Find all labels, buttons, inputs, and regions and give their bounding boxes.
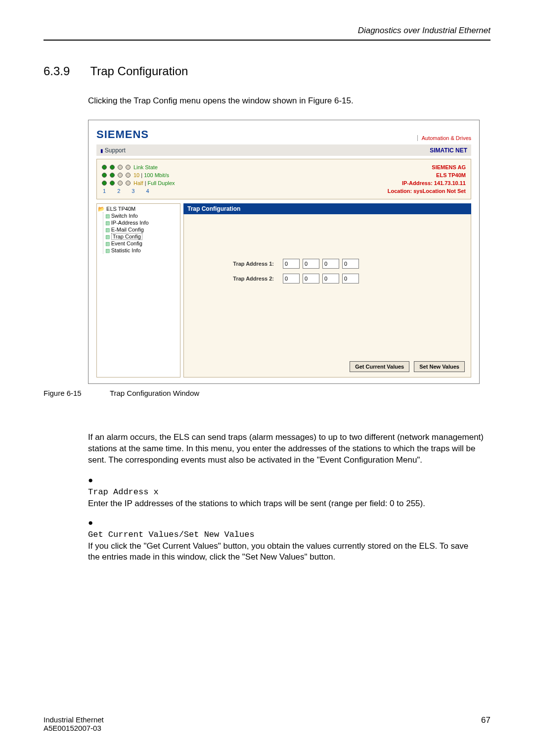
tree-item-email-config[interactable]: E-Mail Config (105, 226, 179, 233)
device-info-line: SIEMENS AG (388, 163, 466, 171)
section-heading: 6.3.9 Trap Configuration (44, 64, 490, 78)
bullet-get-set-values: ● Get Current Values/Set New Values If y… (88, 518, 490, 564)
device-info-line: ELS TP40M (388, 171, 466, 179)
led-icon (118, 173, 123, 178)
led-icon (118, 165, 123, 170)
trap2-octet-1[interactable] (283, 274, 300, 284)
bullet-text: If you click the "Get Current Values" bu… (88, 541, 468, 562)
running-header: Diagnostics over Industrial Ethernet (44, 26, 490, 41)
led-icon (110, 181, 115, 186)
section-number: 6.3.9 (44, 64, 88, 78)
led-icon (110, 165, 115, 170)
led-label: Link State (134, 163, 158, 171)
trap-address-1-label: Trap Address 1: (204, 261, 283, 267)
footer-docid: A5E00152007-03 (44, 724, 104, 732)
page-footer: Industrial Ethernet A5E00152007-03 67 (44, 715, 490, 732)
support-bar: Support SIMATIC NET (96, 144, 471, 156)
brand-logo: SIEMENS (96, 128, 149, 141)
bullet-title: Get Current Values/Set New Values (88, 530, 255, 539)
brand-tagline: Automation & Drives (417, 135, 471, 141)
trap-address-2-row: Trap Address 2: (204, 274, 451, 284)
led-icon (102, 165, 107, 170)
trap1-octet-1[interactable] (283, 259, 300, 269)
info-panel: Link State 10 | 100 Mbit/s Half | Full D… (96, 159, 471, 199)
trap1-octet-4[interactable] (342, 259, 359, 269)
footer-product: Industrial Ethernet (44, 715, 104, 724)
port-numbers: 1 2 3 4 (102, 187, 175, 195)
content-panel: Trap Configuration Trap Address 1: Trap … (183, 203, 471, 378)
trap1-octet-3[interactable] (322, 259, 339, 269)
section-title: Trap Configuration (90, 64, 188, 78)
device-info-line: IP-Address: 141.73.10.11 (388, 179, 466, 187)
lead-paragraph: Clicking the Trap Config menu opens the … (88, 96, 490, 106)
led-icon (102, 173, 107, 178)
led-label: 10 | 100 Mbit/s (134, 171, 169, 179)
led-row-speed: 10 | 100 Mbit/s (102, 171, 175, 179)
content-title: Trap Configuration (183, 203, 471, 214)
led-icon (126, 173, 131, 178)
tree-item-statistic-info[interactable]: Statistic Info (105, 247, 179, 254)
bullet-trap-address: ● Trap Address x Enter the IP addresses … (88, 475, 490, 510)
footer-page-number: 67 (481, 715, 490, 732)
tree-item-event-config[interactable]: Event Config (105, 240, 179, 247)
trap-address-1-row: Trap Address 1: (204, 259, 451, 269)
led-icon (110, 173, 115, 178)
device-info-line: Location: sysLocation Not Set (388, 187, 466, 195)
led-icon (126, 181, 131, 186)
trap2-octet-2[interactable] (303, 274, 319, 284)
tree-item-trap-config[interactable]: Trap Config (105, 233, 179, 240)
screenshot-window: SIEMENS Automation & Drives Support SIMA… (88, 120, 480, 384)
bullet-title: Trap Address x (88, 487, 159, 497)
led-icon (118, 181, 123, 186)
figure-title: Trap Configuration Window (110, 389, 199, 397)
simatic-net-label: SIMATIC NET (430, 147, 467, 154)
trap2-octet-3[interactable] (322, 274, 339, 284)
set-new-values-button[interactable]: Set New Values (414, 361, 465, 372)
tree-item-ip-address-info[interactable]: IP-Address Info (105, 219, 179, 226)
led-label: Half | Full Duplex (134, 179, 175, 187)
body-paragraph: If an alarm occurs, the ELS can send tra… (88, 432, 490, 466)
tree-item-switch-info[interactable]: Switch Info (105, 212, 179, 219)
led-block: Link State 10 | 100 Mbit/s Half | Full D… (102, 163, 175, 195)
get-current-values-button[interactable]: Get Current Values (350, 361, 409, 372)
nav-tree[interactable]: ELS TP40M Switch Info IP-Address Info E-… (96, 203, 180, 378)
figure-caption: Figure 6-15 Trap Configuration Window (44, 389, 490, 397)
trap2-octet-4[interactable] (342, 274, 359, 284)
figure-number: Figure 6-15 (44, 389, 108, 397)
trap1-octet-2[interactable] (303, 259, 319, 269)
tree-root[interactable]: ELS TP40M (98, 206, 179, 212)
support-label[interactable]: Support (100, 147, 126, 154)
trap-address-2-label: Trap Address 2: (204, 276, 283, 282)
device-info: SIEMENS AG ELS TP40M IP-Address: 141.73.… (388, 163, 466, 195)
led-icon (102, 181, 107, 186)
bullet-text: Enter the IP addresses of the stations t… (88, 499, 425, 508)
led-row-link-state: Link State (102, 163, 175, 171)
led-icon (126, 165, 131, 170)
led-row-duplex: Half | Full Duplex (102, 179, 175, 187)
